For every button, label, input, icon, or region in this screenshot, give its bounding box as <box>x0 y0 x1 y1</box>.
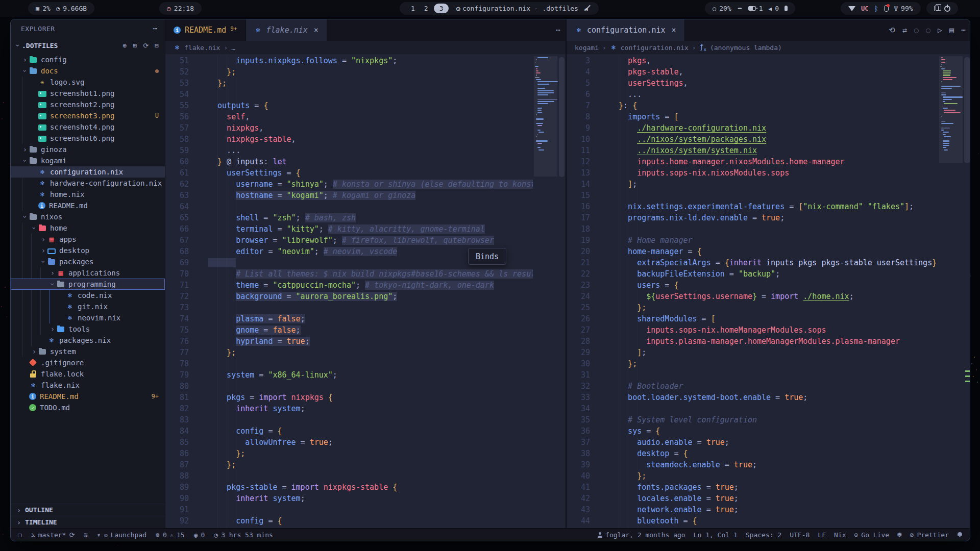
new-file-button[interactable]: ⊕ <box>123 42 127 49</box>
code-line[interactable]: }; <box>609 470 938 482</box>
code-line[interactable]: inputs.sops-nix.nixosModules.sops <box>609 167 938 179</box>
refresh-explorer-button[interactable]: ⟳ <box>143 42 149 49</box>
code-line[interactable]: ... <box>609 89 938 100</box>
open-changes-icon[interactable]: ⇄ <box>902 26 907 35</box>
tree-item-.gitignore[interactable]: .gitignore <box>11 357 165 368</box>
new-folder-button[interactable]: ⊞ <box>133 42 137 49</box>
code-line[interactable]: pkgs-stable, <box>609 66 938 78</box>
mouse-icon[interactable] <box>884 5 889 12</box>
code-line[interactable]: extraSpecialArgs = {inherit inputs pkgs … <box>609 257 938 268</box>
code-line[interactable]: nix.settings.experimental-features = ["n… <box>609 201 938 212</box>
tree-item-ginoza[interactable]: ›ginoza <box>11 144 165 155</box>
tree-item-packages[interactable]: ›packages <box>11 256 165 267</box>
code-line[interactable]: backupFileExtension = "backup"; <box>609 268 938 280</box>
code-line[interactable] <box>208 470 533 482</box>
code-line[interactable] <box>208 89 533 100</box>
code-line[interactable]: userSettings, <box>609 78 938 89</box>
code-line[interactable]: ../nixos/system/packages.nix <box>609 134 938 145</box>
code-line[interactable]: ... <box>208 145 533 156</box>
code-line[interactable]: inputs.sops-nix.homeManagerModules.sops <box>609 324 938 336</box>
code-line[interactable]: }; <box>609 358 938 369</box>
code-line[interactable]: ]; <box>609 179 938 190</box>
code-line[interactable]: system = "x86_64-linux"; <box>208 369 533 381</box>
copilot-button[interactable] <box>897 531 901 539</box>
tree-item-README.md[interactable]: README.md <box>11 200 165 211</box>
tab-configuration[interactable]: configuration.nix × <box>567 19 685 41</box>
code-line[interactable]: nixpkgs-stable, <box>208 134 533 145</box>
scrollbar-thumb[interactable] <box>964 57 970 163</box>
breadcrumb-symbol[interactable]: (anonymous lambda) <box>710 44 782 52</box>
code-line[interactable]: }; <box>208 347 533 358</box>
code-line[interactable]: ]; <box>609 347 938 358</box>
tree-item-system[interactable]: ›system <box>11 346 165 357</box>
tree-item-screenshot1.png[interactable]: screenshot1.png <box>11 88 165 99</box>
breadcrumb-file[interactable]: flake.nix <box>184 44 220 52</box>
code-line[interactable]: outputs = { <box>208 100 533 111</box>
code-line[interactable]: fonts.packages = true; <box>609 482 938 493</box>
indentation[interactable]: Spaces: 2 <box>746 531 781 539</box>
code-line[interactable]: allowUnfree = true; <box>208 437 533 448</box>
workspace-section-header[interactable]: › .DOTFILES ⊕ ⊞ ⟳ ⊟ <box>11 38 165 53</box>
tree-item-neovim.nix[interactable]: neovim.nix <box>11 312 165 323</box>
code-line[interactable]: ../nixos/system/system.nix <box>609 145 938 156</box>
formatter-button[interactable]: Prettier <box>910 531 949 539</box>
collapse-folders-button[interactable]: ⊟ <box>155 42 159 49</box>
more-actions-button[interactable]: ⋯ <box>556 26 560 35</box>
code-line[interactable]: }; <box>609 302 938 313</box>
encoding[interactable]: UTF-8 <box>790 531 810 539</box>
tree-item-home[interactable]: ›home <box>11 222 165 234</box>
code-line[interactable]: pkgs-stable = import nixpkgs-stable { <box>208 482 533 493</box>
code-line[interactable] <box>208 302 533 313</box>
tab-readme[interactable]: README.md 9+ <box>165 19 246 41</box>
code-editor-configuration[interactable]: 3456789101112131415161718192021222324252… <box>567 54 970 528</box>
mute-icon[interactable] <box>584 5 591 12</box>
tree-item-logo.svg[interactable]: logo.svg <box>11 77 165 88</box>
go-live-button[interactable]: Go Live <box>854 531 889 539</box>
tree-item-docs[interactable]: ›docs <box>11 65 165 77</box>
tree-item-screenshot6.png[interactable]: screenshot6.png <box>11 133 165 144</box>
keyboard-layout[interactable]: UC <box>861 5 868 12</box>
code-line[interactable]: inherit system; <box>208 403 533 414</box>
code-line[interactable] <box>208 358 533 369</box>
timeline-section[interactable]: › TIMELINE <box>11 516 165 528</box>
eol-indicator[interactable]: LF <box>818 531 826 539</box>
tree-item-kogami[interactable]: ›kogami <box>11 155 165 166</box>
wifi-strength-icon[interactable] <box>848 6 855 11</box>
power-icon[interactable] <box>944 6 950 12</box>
next-change-icon[interactable]: ○ <box>926 26 930 35</box>
outline-section[interactable]: › OUTLINE <box>11 504 165 516</box>
workspace-1-button[interactable]: 1 <box>407 5 419 12</box>
code-line[interactable]: # List all themes: $ nix build nixpkgs#b… <box>208 268 533 280</box>
code-line[interactable]: browser = "librewolf"; # firefox, librew… <box>208 235 533 246</box>
code-line[interactable]: plasma = false; <box>208 313 533 324</box>
problems-indicator[interactable]: 015 <box>156 531 185 539</box>
git-branch[interactable]: master* <box>31 531 75 539</box>
code-line[interactable]: theme = "catppuccin-mocha"; # tokyo-nigh… <box>208 280 533 291</box>
code-line[interactable]: network.enable = true; <box>609 504 938 515</box>
code-line[interactable]: sharedModules = [ <box>609 313 938 324</box>
tree-item-flake.lock[interactable]: flake.lock <box>11 368 165 380</box>
tree-item-packages.nix[interactable]: packages.nix <box>11 335 165 346</box>
tree-item-flake.nix[interactable]: flake.nix <box>11 380 165 391</box>
code-line[interactable] <box>208 504 533 515</box>
code-line[interactable]: inherit system; <box>208 493 533 504</box>
ports-indicator[interactable]: 0 <box>194 531 205 539</box>
tree-item-git.nix[interactable]: git.nix <box>11 301 165 312</box>
close-icon[interactable]: × <box>314 26 318 35</box>
tree-item-config[interactable]: ›config <box>11 54 165 65</box>
code-line[interactable]: boot.loader.systemd-boot.enable = true; <box>609 392 938 403</box>
notifications-button[interactable] <box>957 532 963 538</box>
git-blame[interactable]: foglar, 2 months ago <box>597 531 685 539</box>
code-line[interactable]: # System level configuration <box>609 414 938 425</box>
tree-item-screenshot4.png[interactable]: screenshot4.png <box>11 121 165 133</box>
code-line[interactable] <box>609 223 938 235</box>
code-line[interactable]: desktop = { <box>609 448 938 459</box>
code-line[interactable]: background = "aurora_borealis.png"; <box>208 291 533 302</box>
code-line[interactable]: sys = { <box>609 425 938 437</box>
code-line[interactable]: } @ inputs: let <box>208 156 533 167</box>
sync-icon[interactable] <box>69 531 75 539</box>
code-line[interactable]: gnome = false; <box>208 324 533 336</box>
workspace-2-button[interactable]: 2 <box>421 5 432 12</box>
tree-item-home.nix[interactable]: home.nix <box>11 189 165 200</box>
time-tracker[interactable]: 3 hrs 53 mins <box>214 531 273 539</box>
